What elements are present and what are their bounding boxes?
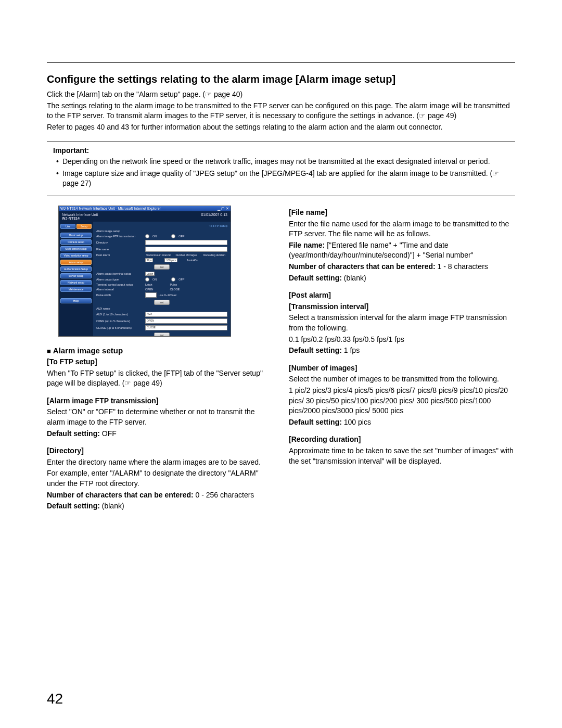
ss-datetime: 01/01/2007 0:13 <box>201 213 227 220</box>
page-number: 42 <box>47 691 63 707</box>
ss-side-network[interactable]: Network setup <box>60 280 92 285</box>
ss-side-maint[interactable]: Maintenance <box>60 287 92 292</box>
ftp-setup-title: [To FTP setup] <box>47 357 273 367</box>
ss-set-1[interactable]: set <box>154 264 170 270</box>
post-title-1: [Post alarm] <box>289 290 515 301</box>
ss-input-pw[interactable] <box>145 292 157 298</box>
ss-sel-aux[interactable]: Latch <box>145 272 155 276</box>
ss-side-video[interactable]: Video analytics setup <box>60 253 92 258</box>
ss-radio-on[interactable] <box>145 234 149 238</box>
ss-row-aot: Alarm output type <box>96 278 143 281</box>
file-default: Default setting: (blank) <box>289 273 515 284</box>
ftp-trans-body: Select "ON" or "OFF" to determine whethe… <box>47 407 273 427</box>
ss-input-aux1[interactable]: AUX <box>145 312 227 317</box>
ss-tab-setup[interactable]: Setup <box>76 224 92 229</box>
ss-side-basic[interactable]: Basic setup <box>60 233 92 238</box>
ss-col-rd: Recording duration <box>201 253 227 257</box>
ss-side-alarm[interactable]: Alarm setup <box>60 260 92 265</box>
important-bullet-2: •Image capture size and image quality of… <box>47 169 515 188</box>
ss-window-controls: ▁ ▢ ✕ <box>218 207 229 211</box>
dir-body-1: Enter the directory name where the alarm… <box>47 457 273 468</box>
ss-row-post: Post alarm <box>96 253 143 257</box>
ss-input-file[interactable] <box>145 247 227 252</box>
left-section-title: ■Alarm image setup <box>47 346 273 355</box>
ss-radio-on2[interactable] <box>145 277 149 282</box>
num-default: Default setting: 100 pics <box>289 417 515 428</box>
ftp-trans-title: [Alarm image FTP transmission] <box>47 396 273 406</box>
page-title: Configure the settings relating to the a… <box>47 73 515 85</box>
ss-set-3[interactable]: set <box>154 333 170 337</box>
ss-side-multi[interactable]: Multi-screen setup <box>60 246 92 251</box>
important-label: Important: <box>47 146 515 155</box>
ss-off2-label: OFF <box>178 278 184 281</box>
ss-row-closel: CLOSE (up to 5 characters) <box>96 326 143 329</box>
ss-row-aint: Alarm interval <box>96 288 143 291</box>
post-body-2: 0.1 fps/0.2 fps/0.33 fps/0.5 fps/1 fps <box>289 335 515 345</box>
file-body-1: Enter the file name used for the alarm i… <box>289 219 515 239</box>
ss-off-label: OFF <box>178 235 184 238</box>
left-column: WJ-NT314 Network Interface Unit - Micros… <box>47 206 273 513</box>
ss-ftp-link[interactable]: To FTP setup <box>96 224 227 227</box>
ss-row-openl: OPEN (up to 5 characters) <box>96 320 143 323</box>
ss-main-panel: To FTP setup Alarm image setup Alarm ima… <box>93 222 231 337</box>
ss-pw-unit: use 0~120sec <box>159 293 176 297</box>
right-column: [File name] Enter the file name used for… <box>289 206 515 513</box>
intro-block: Click the [Alarm] tab on the "Alarm setu… <box>47 90 515 132</box>
ss-col-ni: Number of images <box>173 253 199 257</box>
ss-row-tos: Terminal control output setup <box>96 283 143 286</box>
ss-row-ftp: Alarm image FTP transmission <box>96 235 143 238</box>
post-default: Default setting: 1 fps <box>289 346 515 356</box>
ss-model: WJ-NT314 <box>62 216 80 220</box>
ss-val-rd: 1min40s <box>187 259 198 262</box>
intro-line-2: The settings relating to the alarm image… <box>47 101 515 121</box>
ss-close-label: CLOSE <box>170 288 180 291</box>
ss-col-ti: Transmission interval <box>145 253 171 257</box>
ss-window-title: WJ-NT314 Network Interface Unit - Micros… <box>60 207 161 211</box>
intro-line-1: Click the [Alarm] tab on the "Alarm setu… <box>47 90 515 100</box>
dir-chars: Number of characters that can be entered… <box>47 490 273 501</box>
ftp-setup-body: When "To FTP setup" is clicked, the [FTP… <box>47 368 273 389</box>
dir-default: Default setting: (blank) <box>47 501 273 512</box>
ss-row-aux1: AUX (1 to 10 characters) <box>96 313 143 316</box>
intro-line-3: Refer to pages 40 and 43 for further inf… <box>47 122 515 133</box>
num-body-1: Select the number of images to be transm… <box>289 374 515 385</box>
ss-radio-off[interactable] <box>171 234 175 238</box>
ss-sel-ni[interactable]: 100 pics <box>164 258 177 262</box>
ss-input-close[interactable]: CLOSE <box>145 325 227 330</box>
ss-side-server[interactable]: Server setup <box>60 273 92 278</box>
num-body-2: 1 pic/2 pics/3 pics/4 pics/5 pics/6 pics… <box>289 386 515 416</box>
ss-row-dir: Directory <box>96 241 143 244</box>
ss-open-label: OPEN <box>145 288 154 291</box>
file-chars: Number of characters that can be entered… <box>289 262 515 272</box>
ss-sel-ti[interactable]: 1fps <box>145 258 153 262</box>
ss-row-pw: Pulse width <box>96 293 143 297</box>
file-title: [File name] <box>289 208 515 218</box>
rec-body-1: Approximate time to be taken to save the… <box>289 446 515 466</box>
important-bullet-1-text: Depending on the network line speed or t… <box>62 157 490 167</box>
num-title: [Number of images] <box>289 363 515 374</box>
ftp-trans-default: Default setting: OFF <box>47 429 273 439</box>
ss-on-label: ON <box>152 235 157 238</box>
ss-input-dir[interactable] <box>145 240 227 245</box>
settings-screenshot: WJ-NT314 Network Interface Unit - Micros… <box>58 206 231 337</box>
ss-model-label: Network Interface Unit <box>62 213 98 216</box>
ss-input-open[interactable]: OPEN <box>145 318 227 324</box>
important-bullet-1: •Depending on the network line speed or … <box>47 157 515 167</box>
ss-sidebar: Live Setup Basic setup Camera setup Mult… <box>59 222 93 337</box>
ss-tab-live[interactable]: Live <box>60 224 75 229</box>
dir-body-2: For example, enter "/ALARM" to designate… <box>47 468 273 489</box>
ss-side-help[interactable]: Help <box>60 298 92 303</box>
ss-on2-label: ON <box>152 278 157 281</box>
ss-side-camera[interactable]: Camera setup <box>60 239 92 245</box>
ss-heading: Alarm image setup <box>96 229 143 233</box>
ss-row-aux: AUX name <box>96 307 143 310</box>
post-title-2: [Transmission interval] <box>289 302 515 312</box>
rec-title: [Recording duration] <box>289 435 515 445</box>
ss-radio-off2[interactable] <box>171 277 175 282</box>
ss-latch-label: Latch <box>145 283 152 286</box>
ss-side-auth[interactable]: Authentication Setup <box>60 266 92 272</box>
dir-title: [Directory] <box>47 446 273 456</box>
ss-row-file: File name <box>96 248 143 251</box>
ss-row-aux-h: Alarm output terminal setup <box>96 272 143 275</box>
ss-set-2[interactable]: set <box>154 300 170 305</box>
